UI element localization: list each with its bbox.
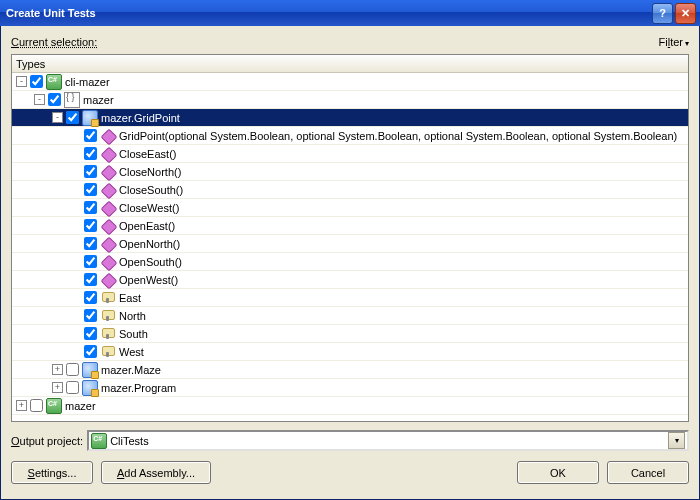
tree-checkbox[interactable] xyxy=(84,201,97,214)
csproj-icon xyxy=(91,433,107,449)
expand-toggle: + xyxy=(70,220,81,231)
tree-label: CloseSouth() xyxy=(119,184,189,196)
method-icon xyxy=(100,146,116,162)
chevron-down-icon[interactable]: ▾ xyxy=(668,432,685,449)
tree-label: mazer.GridPoint xyxy=(101,112,186,124)
tree-checkbox[interactable] xyxy=(66,111,79,124)
filter-button[interactable]: Filter▾ xyxy=(659,36,689,48)
tree-label: mazer xyxy=(65,400,102,412)
tree-label: OpenSouth() xyxy=(119,256,188,268)
tree-label: OpenNorth() xyxy=(119,238,186,250)
expand-toggle: + xyxy=(70,130,81,141)
expand-toggle: + xyxy=(70,256,81,267)
tree-label: mazer.Program xyxy=(101,382,182,394)
tree-row[interactable]: +mazer xyxy=(12,397,688,415)
tree-row[interactable]: +East xyxy=(12,289,688,307)
titlebar[interactable]: Create Unit Tests ? ✕ xyxy=(0,0,700,26)
property-icon xyxy=(100,326,116,342)
current-selection-label: Current selection: xyxy=(11,36,97,48)
tree-checkbox[interactable] xyxy=(84,219,97,232)
method-icon xyxy=(100,182,116,198)
expand-toggle: + xyxy=(70,202,81,213)
csproj-icon xyxy=(46,398,62,414)
expand-toggle: + xyxy=(70,346,81,357)
types-header: Types xyxy=(12,55,688,73)
cancel-button[interactable]: Cancel xyxy=(607,461,689,484)
expand-toggle: + xyxy=(70,310,81,321)
close-button[interactable]: ✕ xyxy=(675,3,696,24)
dialog-body: Current selection: x Filter▾ // small pr… xyxy=(0,26,700,500)
tree-row[interactable]: +OpenWest() xyxy=(12,271,688,289)
add-assembly-button[interactable]: Add Assembly... xyxy=(101,461,211,484)
expand-toggle[interactable]: - xyxy=(34,94,45,105)
tree-row[interactable]: +CloseSouth() xyxy=(12,181,688,199)
tree-label: GridPoint(optional System.Boolean, optio… xyxy=(119,130,683,142)
tree-row[interactable]: +OpenSouth() xyxy=(12,253,688,271)
property-icon xyxy=(100,308,116,324)
tree-row[interactable]: +GridPoint(optional System.Boolean, opti… xyxy=(12,127,688,145)
ok-button[interactable]: OK xyxy=(517,461,599,484)
tree-label: West xyxy=(119,346,150,358)
tree-row[interactable]: +mazer.Program xyxy=(12,379,688,397)
chevron-down-icon: ▾ xyxy=(685,39,689,48)
tree-row[interactable]: -mazer xyxy=(12,91,688,109)
tree-checkbox[interactable] xyxy=(84,345,97,358)
window-title: Create Unit Tests xyxy=(4,7,650,19)
tree-label: OpenWest() xyxy=(119,274,184,286)
tree-checkbox[interactable] xyxy=(84,147,97,160)
help-button[interactable]: ? xyxy=(652,3,673,24)
tree-checkbox[interactable] xyxy=(84,165,97,178)
method-icon xyxy=(100,254,116,270)
csproj-icon xyxy=(46,74,62,90)
output-project-combo[interactable]: CliTests ▾ xyxy=(87,430,689,451)
tree-row[interactable]: +North xyxy=(12,307,688,325)
tree-checkbox[interactable] xyxy=(84,327,97,340)
tree-row[interactable]: -mazer.GridPoint xyxy=(12,109,688,127)
class-icon xyxy=(82,380,98,396)
tree-checkbox[interactable] xyxy=(48,93,61,106)
expand-toggle[interactable]: + xyxy=(16,400,27,411)
expand-toggle: + xyxy=(70,238,81,249)
expand-toggle: + xyxy=(70,148,81,159)
tree-row[interactable]: +OpenNorth() xyxy=(12,235,688,253)
tree-row[interactable]: +West xyxy=(12,343,688,361)
tree-checkbox[interactable] xyxy=(84,237,97,250)
output-project-label: Output project: xyxy=(11,435,83,447)
tree-checkbox[interactable] xyxy=(66,381,79,394)
tree-row[interactable]: +CloseEast() xyxy=(12,145,688,163)
tree-row[interactable]: +South xyxy=(12,325,688,343)
method-icon xyxy=(100,218,116,234)
method-icon xyxy=(100,200,116,216)
tree-row[interactable]: -cli-mazer xyxy=(12,73,688,91)
method-icon xyxy=(100,272,116,288)
expand-toggle[interactable]: + xyxy=(52,364,63,375)
tree-row[interactable]: +mazer.Maze xyxy=(12,361,688,379)
tree-checkbox[interactable] xyxy=(84,183,97,196)
tree-checkbox[interactable] xyxy=(84,273,97,286)
tree-label: East xyxy=(119,292,147,304)
expand-toggle: + xyxy=(70,166,81,177)
tree-row[interactable]: +OpenEast() xyxy=(12,217,688,235)
tree-checkbox[interactable] xyxy=(30,75,43,88)
expand-toggle[interactable]: - xyxy=(52,112,63,123)
settings-button[interactable]: Settings... xyxy=(11,461,93,484)
tree-checkbox[interactable] xyxy=(30,399,43,412)
tree-label: CloseEast() xyxy=(119,148,182,160)
class-icon xyxy=(82,362,98,378)
expand-toggle[interactable]: - xyxy=(16,76,27,87)
tree-row[interactable]: +CloseWest() xyxy=(12,199,688,217)
output-project-value: CliTests xyxy=(110,435,149,447)
tree-label: cli-mazer xyxy=(65,76,116,88)
tree-checkbox[interactable] xyxy=(84,255,97,268)
tree-label: mazer.Maze xyxy=(101,364,167,376)
tree-label: South xyxy=(119,328,154,340)
tree-checkbox[interactable] xyxy=(84,309,97,322)
tree-checkbox[interactable] xyxy=(84,291,97,304)
property-icon xyxy=(100,290,116,306)
tree-checkbox[interactable] xyxy=(66,363,79,376)
tree-checkbox[interactable] xyxy=(84,129,97,142)
tree-row[interactable]: +CloseNorth() xyxy=(12,163,688,181)
expand-toggle[interactable]: + xyxy=(52,382,63,393)
types-tree[interactable]: -cli-mazer-mazer-mazer.GridPoint+GridPoi… xyxy=(12,73,688,421)
method-icon xyxy=(100,236,116,252)
